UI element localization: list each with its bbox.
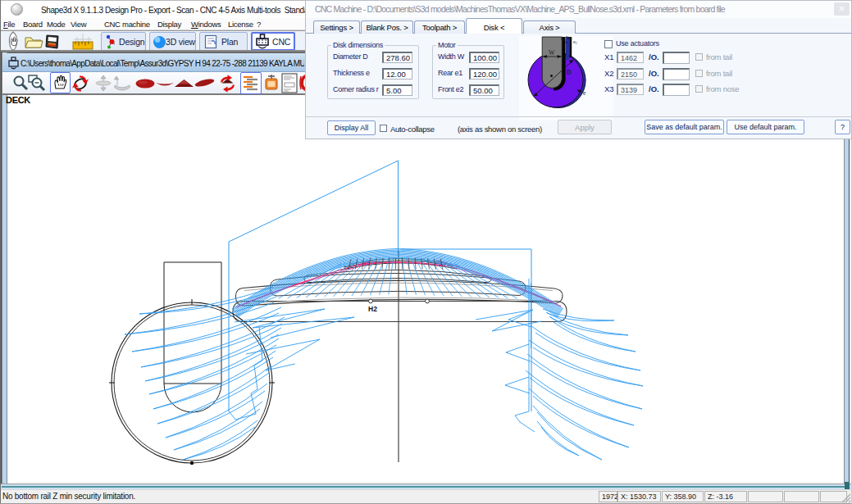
svg-text:H2: H2 bbox=[368, 305, 377, 313]
svg-text:W: W bbox=[549, 49, 555, 57]
svg-text:D: D bbox=[567, 69, 572, 76]
svg-text:e: e bbox=[583, 89, 586, 97]
svg-text:e₁: e₁ bbox=[568, 36, 572, 40]
svg-text:e₂: e₂ bbox=[573, 39, 577, 44]
